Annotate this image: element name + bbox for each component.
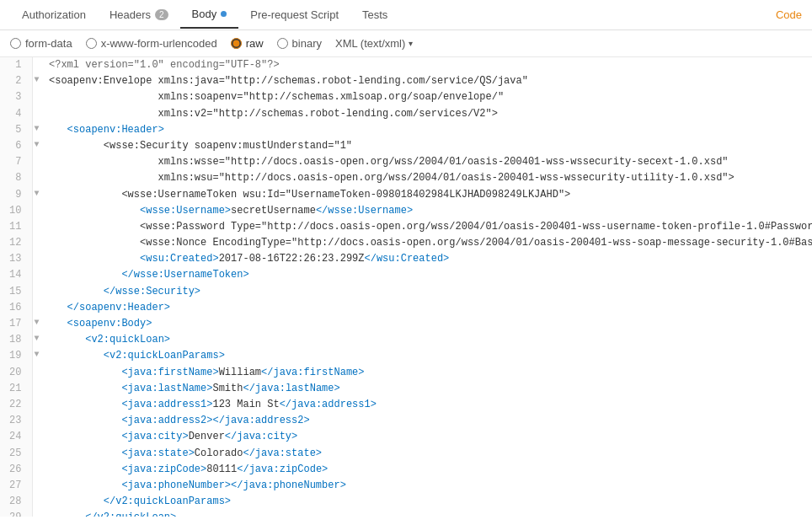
table-row: 3 xmlns:soapenv="http://schemas.xmlsoap.… (0, 89, 812, 105)
line-toggle (32, 57, 45, 73)
line-content: <java:zipCode>80111</java:zipCode> (45, 462, 812, 478)
table-row: 22 <java:address1>123 Main St</java:addr… (0, 397, 812, 413)
tab-headers-label: Headers (110, 8, 151, 21)
line-toggle[interactable]: ▼ (32, 316, 45, 332)
option-binary[interactable]: binary (277, 37, 322, 50)
line-content: <v2:quickLoan> (45, 332, 812, 348)
line-number: 17 (0, 316, 32, 332)
line-toggle[interactable]: ▼ (32, 122, 45, 138)
table-row: 18▼ <v2:quickLoan> (0, 332, 812, 348)
table-row: 4 xmlns:v2="http://schemas.robot-lending… (0, 106, 812, 122)
line-number: 13 (0, 251, 32, 267)
line-number: 10 (0, 203, 32, 219)
line-toggle (32, 89, 45, 105)
line-toggle[interactable]: ▼ (32, 73, 45, 89)
line-content: <wsse:Password Type="http://docs.oasis-o… (45, 219, 812, 235)
line-number: 8 (0, 170, 32, 186)
tab-body-label: Body (192, 8, 217, 20)
line-toggle (32, 267, 45, 283)
option-raw[interactable]: raw (231, 37, 264, 50)
tab-tests-label: Tests (362, 8, 387, 21)
line-number: 5 (0, 122, 32, 138)
tab-authorization-label: Authorization (22, 8, 86, 21)
table-row: 9▼ <wsse:UsernameToken wsu:Id="UsernameT… (0, 187, 812, 203)
line-number: 12 (0, 235, 32, 251)
line-toggle (32, 365, 45, 381)
tab-headers[interactable]: Headers 2 (98, 2, 180, 28)
format-selector[interactable]: XML (text/xml) ▾ (335, 37, 413, 50)
tab-tests[interactable]: Tests (350, 2, 399, 28)
line-number: 11 (0, 219, 32, 235)
table-row: 26 <java:zipCode>80111</java:zipCode> (0, 462, 812, 478)
line-number: 6 (0, 138, 32, 154)
editor-area[interactable]: 1<?xml version="1.0" encoding="UTF-8"?>2… (0, 57, 812, 517)
line-number: 15 (0, 284, 32, 300)
line-content: <wsse:UsernameToken wsu:Id="UsernameToke… (45, 187, 812, 203)
table-row: 15 </wsse:Security> (0, 284, 812, 300)
option-x-www[interactable]: x-www-form-urlencoded (86, 37, 217, 50)
line-content: xmlns:v2="http://schemas.robot-lending.c… (45, 106, 812, 122)
line-number: 28 (0, 494, 32, 510)
line-toggle (32, 154, 45, 170)
line-content: </wsse:UsernameToken> (45, 267, 812, 283)
line-content: </v2:quickLoan> (45, 510, 812, 517)
line-number: 25 (0, 446, 32, 462)
table-row: 6▼ <wsse:Security soapenv:mustUnderstand… (0, 138, 812, 154)
line-number: 18 (0, 332, 32, 348)
line-content: <wsse:Security soapenv:mustUnderstand="1… (45, 138, 812, 154)
line-number: 29 (0, 510, 32, 517)
line-toggle[interactable]: ▼ (32, 332, 45, 348)
line-toggle (32, 170, 45, 186)
chevron-down-icon: ▾ (409, 39, 413, 48)
line-toggle (32, 413, 45, 429)
line-number: 19 (0, 348, 32, 364)
option-raw-label: raw (246, 37, 264, 50)
option-form-data[interactable]: form-data (10, 37, 72, 50)
table-row: 11 <wsse:Password Type="http://docs.oasi… (0, 219, 812, 235)
option-binary-label: binary (292, 37, 322, 50)
line-content: xmlns:soapenv="http://schemas.xmlsoap.or… (45, 89, 812, 105)
table-row: 10 <wsse:Username>secretUsername</wsse:U… (0, 203, 812, 219)
headers-badge: 2 (155, 9, 168, 20)
line-toggle (32, 397, 45, 413)
line-content: <java:city>Denver</java:city> (45, 429, 812, 445)
tab-body[interactable]: Body (180, 1, 239, 29)
table-row: 8 xmlns:wsu="http://docs.oasis-open.org/… (0, 170, 812, 186)
tab-pre-request[interactable]: Pre-request Script (238, 2, 350, 28)
tab-pre-request-label: Pre-request Script (250, 8, 339, 21)
line-content: xmlns:wsse="http://docs.oasis-open.org/w… (45, 154, 812, 170)
line-toggle (32, 478, 45, 494)
line-content: <soapenv:Body> (45, 316, 812, 332)
line-content: </wsse:Security> (45, 284, 812, 300)
line-content: <java:lastName>Smith</java:lastName> (45, 381, 812, 397)
line-toggle[interactable]: ▼ (32, 348, 45, 364)
table-row: 29 </v2:quickLoan> (0, 510, 812, 517)
table-row: 1<?xml version="1.0" encoding="UTF-8"?> (0, 57, 812, 73)
line-toggle (32, 235, 45, 251)
line-number: 1 (0, 57, 32, 73)
table-row: 12 <wsse:Nonce EncodingType="http://docs… (0, 235, 812, 251)
line-toggle (32, 106, 45, 122)
line-number: 23 (0, 413, 32, 429)
line-number: 14 (0, 267, 32, 283)
line-content: xmlns:wsu="http://docs.oasis-open.org/ws… (45, 170, 812, 186)
code-link[interactable]: Code (776, 8, 802, 21)
line-toggle (32, 251, 45, 267)
table-row: 14 </wsse:UsernameToken> (0, 267, 812, 283)
line-number: 21 (0, 381, 32, 397)
tab-authorization[interactable]: Authorization (10, 2, 98, 28)
line-number: 24 (0, 429, 32, 445)
line-content: </v2:quickLoanParams> (45, 494, 812, 510)
line-number: 9 (0, 187, 32, 203)
line-number: 7 (0, 154, 32, 170)
line-toggle[interactable]: ▼ (32, 187, 45, 203)
body-dot (221, 11, 227, 17)
line-number: 3 (0, 89, 32, 105)
line-toggle[interactable]: ▼ (32, 138, 45, 154)
table-row: 19▼ <v2:quickLoanParams> (0, 348, 812, 364)
line-toggle (32, 203, 45, 219)
table-row: 28 </v2:quickLoanParams> (0, 494, 812, 510)
line-content: <wsu:Created>2017-08-16T22:26:23.299Z</w… (45, 251, 812, 267)
line-number: 16 (0, 300, 32, 316)
line-toggle (32, 300, 45, 316)
